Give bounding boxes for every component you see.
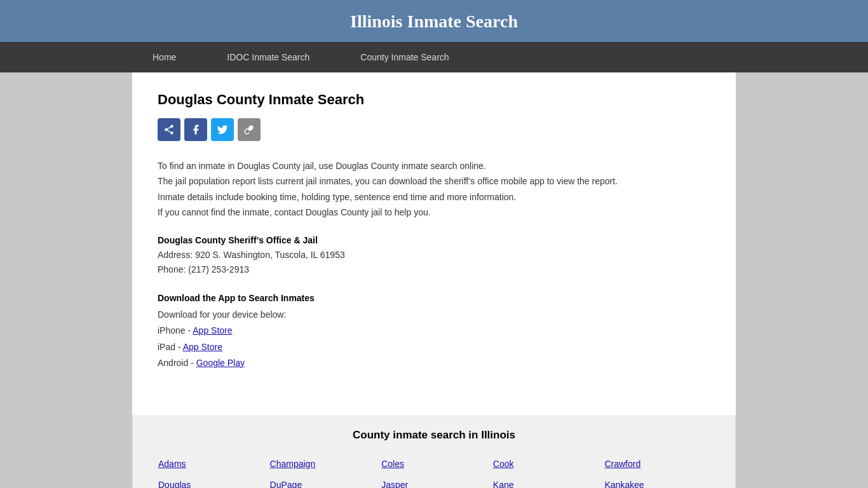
page-title: Douglas County Inmate Search — [158, 92, 710, 108]
sheriff-info-block: Douglas County Sheriff’s Office & Jail A… — [158, 235, 710, 278]
nav-idoc[interactable]: IDOC Inmate Search — [201, 42, 335, 72]
description-block: To find an inmate in Douglas County jail… — [158, 159, 710, 220]
iphone-app-store-link[interactable]: App Store — [193, 325, 232, 336]
sheriff-phone: Phone: (217) 253-2913 — [158, 262, 710, 278]
county-link[interactable]: Adams — [158, 456, 264, 473]
desc-line-3: Inmate details include booking time, hol… — [158, 190, 710, 204]
nav-county[interactable]: County Inmate Search — [335, 42, 474, 72]
site-header: Illinois Inmate Search — [0, 0, 868, 42]
county-link[interactable]: Douglas — [158, 477, 264, 489]
county-grid: AdamsChampaignColesCookCrawfordDouglasDu… — [158, 456, 710, 488]
twitter-share-button[interactable] — [211, 118, 234, 141]
share-buttons — [158, 118, 710, 141]
desc-line-2: The jail population report lists current… — [158, 174, 710, 188]
county-link[interactable]: Crawford — [604, 456, 710, 473]
iphone-line: iPhone - App Store — [158, 323, 710, 339]
facebook-share-button[interactable] — [184, 118, 207, 141]
iphone-label: iPhone - — [158, 325, 193, 336]
main-content: Douglas County Inmate Search To find an … — [132, 72, 736, 416]
app-download-section: Download the App to Search Inmates Downl… — [158, 293, 710, 371]
county-link[interactable]: Champaign — [270, 456, 376, 473]
county-link[interactable]: DuPage — [270, 477, 376, 489]
county-section: County inmate search in Illinois AdamsCh… — [132, 416, 736, 488]
android-label: Android - — [158, 358, 196, 368]
ipad-app-store-link[interactable]: App Store — [183, 342, 222, 352]
county-link[interactable]: Cook — [493, 456, 599, 473]
desc-line-4: If you cannot find the inmate, contact D… — [158, 205, 710, 219]
android-line: Android - Google Play — [158, 355, 710, 371]
copy-link-button[interactable] — [238, 118, 261, 141]
ipad-line: iPad - App Store — [158, 339, 710, 355]
ipad-label: iPad - — [158, 342, 183, 352]
nav-home[interactable]: Home — [127, 42, 201, 72]
main-nav: Home IDOC Inmate Search County Inmate Se… — [0, 42, 868, 72]
desc-line-1: To find an inmate in Douglas County jail… — [158, 159, 710, 173]
app-intro: Download for your device below: — [158, 307, 710, 323]
county-section-title: County inmate search in Illinois — [158, 429, 710, 442]
site-title: Illinois Inmate Search — [350, 11, 518, 31]
county-link[interactable]: Coles — [381, 456, 487, 473]
android-google-play-link[interactable]: Google Play — [196, 358, 245, 368]
sheriff-address: Address: 920 S. Washington, Tuscola, IL … — [158, 248, 710, 263]
county-link[interactable]: Kane — [493, 477, 599, 489]
county-link[interactable]: Jasper — [381, 477, 487, 489]
app-section-title: Download the App to Search Inmates — [158, 293, 710, 303]
county-link[interactable]: Kankakee — [604, 477, 710, 489]
sheriff-title: Douglas County Sheriff’s Office & Jail — [158, 235, 710, 245]
share-button[interactable] — [158, 118, 180, 141]
